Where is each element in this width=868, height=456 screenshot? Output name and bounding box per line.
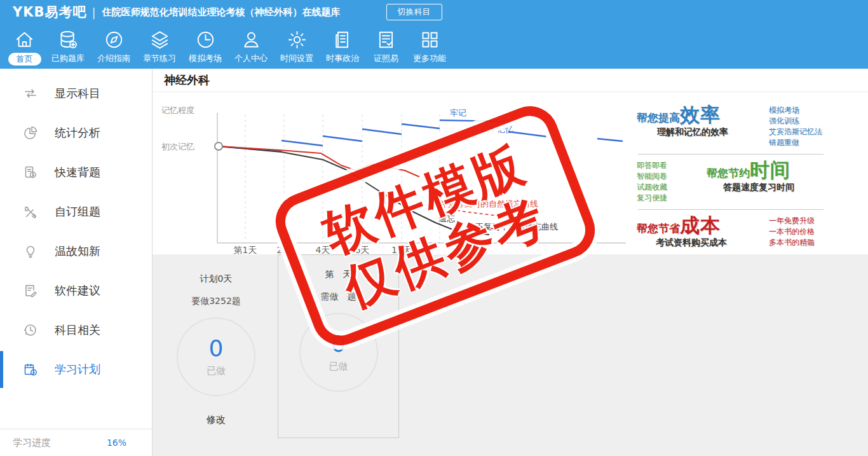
promo-list: 模拟考场 强化训练 艾宾浩斯记忆法 错题重做 (769, 105, 822, 148)
sidebar-footer: 学习进度 16% (0, 429, 152, 456)
nav-label: 模拟考场 (189, 53, 222, 64)
nav-label: 个人中心 (234, 53, 268, 64)
home-icon (14, 29, 35, 50)
promo-subtitle: 理解和记忆的效率 (657, 127, 769, 138)
plan-card-total: 计划0天 要做3252题 0 已做 修改 (159, 259, 273, 426)
nav-label: 首页 (8, 53, 41, 66)
promo-list-item: 智能阅卷 (637, 171, 707, 182)
promo-divider (638, 154, 824, 155)
svg-text:6天: 6天 (355, 245, 370, 254)
sidebar-item-label: 温故知新 (55, 244, 100, 259)
promo-list: 一年免费升级 一本书的价格 多本书的精髓 (769, 216, 815, 248)
promo-list-item: 多本书的精髓 (769, 237, 815, 248)
plan-days: 计划0天 (159, 273, 273, 285)
grid-icon (419, 29, 440, 50)
promo-efficiency: 帮您提高效率 理解和记忆的效率 模拟考场 强化训练 艾宾浩斯记忆法 错题重做 (637, 105, 858, 148)
nav-item-mock-exam[interactable]: 模拟考场 (182, 24, 228, 64)
sidebar-item-software-suggestion[interactable]: 软件建议 (0, 271, 152, 310)
svg-text:2天: 2天 (277, 245, 292, 254)
svg-text:牢记: 牢记 (450, 108, 466, 118)
svg-text:遗忘: 遗忘 (438, 214, 456, 223)
plan-cards-section: 计划0天 要做3252题 0 已做 修改 第 天 需做 题 0 已做 (153, 254, 868, 456)
promo-list: 即答即看 智能阅卷 试题收藏 复习便捷 (637, 160, 707, 204)
svg-text:初次记忆: 初次记忆 (161, 142, 194, 151)
page-title: 神经外科 (164, 73, 210, 88)
svg-text:记忆程度: 记忆程度 (161, 106, 194, 115)
promo-divider (638, 209, 824, 210)
plan-icon (23, 362, 38, 377)
nav-label: 章节练习 (143, 53, 176, 64)
nav-label: 更多功能 (413, 53, 446, 64)
sidebar-item-show-subjects[interactable]: 显示科目 (0, 74, 152, 113)
gear-icon (287, 29, 308, 50)
app-logo: YKB易考吧 (13, 3, 87, 21)
done-count-circle: 0 已做 (177, 317, 255, 396)
nav-item-home[interactable]: 首页 (4, 24, 45, 66)
main-nav: 首页 已购题库 介绍指南 章节练习 模拟考场 个人中心 时间设置 时事政治 (0, 24, 868, 69)
news-icon (332, 29, 353, 50)
promo-cost: 帮您节省成本 考试资料购买成本 一年免费升级 一本书的价格 多本书的精髓 (637, 216, 858, 249)
sidebar-item-label: 软件建议 (55, 283, 100, 298)
promo-list-item: 一年免费升级 (769, 216, 815, 226)
svg-text:易于记忆: 易于记忆 (480, 125, 513, 134)
logo-separator: | (92, 6, 96, 19)
nav-item-time-settings[interactable]: 时间设置 (274, 24, 320, 64)
main-content: 神经外科 第1天2天4天6天15天记忆程度初次记忆牢记易于记忆软件安排复习的自然… (153, 69, 868, 456)
promo-list-item: 即答即看 (637, 160, 707, 171)
swap-icon (23, 86, 38, 101)
nav-item-cert-easy[interactable]: 证照易 (365, 24, 407, 64)
promo-list-item: 一本书的价格 (769, 226, 815, 237)
promo-heading-big: 成本 (680, 214, 721, 237)
sidebar-item-statistics[interactable]: 统计分析 (0, 113, 152, 153)
done-count: 0 (209, 337, 224, 360)
promo-list-item: 错题重做 (769, 137, 822, 148)
promo-list-item: 复习便捷 (637, 193, 707, 204)
sidebar: 显示科目 统计分析 快速背题 自订组题 温故知新 软件建议 (0, 69, 153, 456)
clock-icon (195, 29, 216, 50)
nav-item-current-politics[interactable]: 时事政治 (320, 24, 365, 64)
done-label: 已做 (207, 365, 226, 377)
promo-heading-prefix: 帮您提高 (637, 111, 680, 124)
flashcard-icon (23, 165, 38, 180)
sidebar-item-custom-quiz[interactable]: 自订组题 (0, 192, 152, 231)
sidebar-item-subject-related[interactable]: 科目相关 (0, 310, 152, 350)
suggestion-icon (23, 283, 38, 298)
svg-text:15天: 15天 (391, 245, 412, 254)
switch-subject-button[interactable]: 切换科目 (386, 4, 442, 20)
sidebar-item-quick-memorize[interactable]: 快速背题 (0, 153, 152, 192)
sidebar-item-label: 统计分析 (55, 125, 100, 141)
svg-text:软件安排复习的自然遗忘曲线: 软件安排复习的自然遗忘曲线 (431, 199, 538, 209)
header-bar: YKB易考吧 | 住院医师规范化培训结业理论考核（神经外科）在线题库 切换科目 (0, 0, 868, 24)
promo-subtitle: 考试资料购买成本 (656, 237, 769, 249)
promo-subtitle: 答题速度复习时间 (723, 182, 794, 193)
nav-item-intro-guide[interactable]: 介绍指南 (91, 24, 137, 64)
app-window: YKB易考吧 | 住院医师规范化培训结业理论考核（神经外科）在线题库 切换科目 … (0, 0, 868, 456)
sidebar-item-study-plan[interactable]: 学习计划 (0, 350, 152, 389)
done-count: 0 (331, 333, 346, 356)
nav-item-purchased-banks[interactable]: 已购题库 (45, 24, 91, 64)
list-check-icon (376, 29, 397, 50)
plan-card-today: 第 天 需做 题 0 已做 (278, 254, 399, 438)
tools-icon (23, 204, 38, 219)
plan-todo: 要做3252题 (159, 296, 273, 307)
sidebar-item-label: 快速背题 (55, 165, 100, 180)
modify-plan-button[interactable]: 修改 (207, 414, 226, 426)
nav-item-personal-center[interactable]: 个人中心 (228, 24, 274, 64)
sidebar-item-label: 显示科目 (55, 86, 100, 101)
plan-days: 第 天 (278, 269, 398, 280)
promo-list-item: 艾宾浩斯记忆法 (769, 127, 822, 137)
nav-item-chapter-practice[interactable]: 章节练习 (137, 24, 182, 64)
sidebar-item-review-old[interactable]: 温故知新 (0, 231, 152, 271)
pie-chart-icon (23, 125, 38, 141)
promo-heading-big: 效率 (680, 103, 721, 126)
nav-item-more-functions[interactable]: 更多功能 (407, 24, 452, 64)
study-progress-value: 16% (107, 438, 126, 448)
sidebar-item-label: 自订组题 (55, 204, 100, 219)
nav-label: 已购题库 (51, 53, 85, 64)
promo-heading-big: 时间 (750, 158, 790, 181)
nav-label: 证照易 (374, 53, 398, 64)
plan-todo: 需做 题 (278, 291, 398, 303)
svg-text:4天: 4天 (316, 245, 330, 254)
svg-text:第1天: 第1天 (234, 245, 257, 254)
compass-icon (104, 29, 125, 50)
